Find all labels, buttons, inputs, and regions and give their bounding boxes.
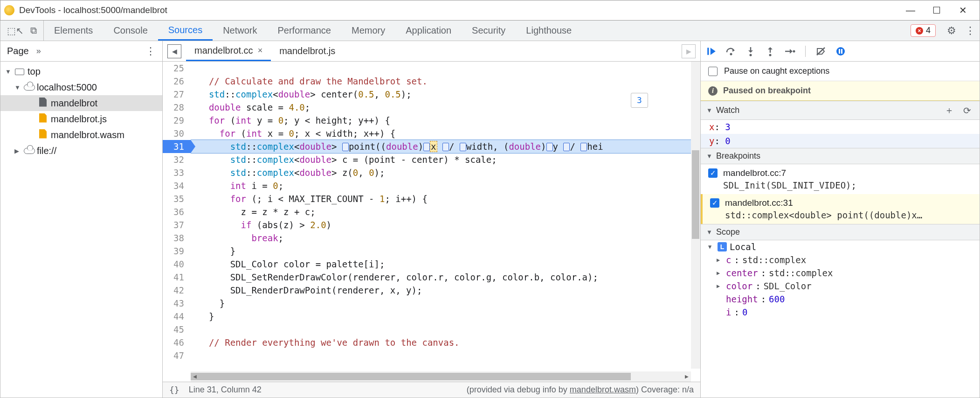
gutter-line-number[interactable]: 33 xyxy=(163,166,191,179)
breakpoint-checkbox[interactable]: ✓ xyxy=(710,198,719,208)
main-tab-elements[interactable]: Elements xyxy=(44,21,103,41)
main-tab-console[interactable]: Console xyxy=(103,21,158,41)
gutter-line-number[interactable]: 38 xyxy=(163,231,191,244)
nav-back-icon[interactable]: ◀ xyxy=(167,44,181,58)
code-line[interactable]: 43 } xyxy=(163,297,700,310)
scope-var[interactable]: i: 0 xyxy=(701,306,980,319)
code-line[interactable]: 28 double scale = 4.0; xyxy=(163,101,700,114)
code-line[interactable]: 25 xyxy=(163,62,700,75)
gutter-line-number[interactable]: 34 xyxy=(163,179,191,192)
gutter-line-number[interactable]: 25 xyxy=(163,62,191,75)
main-tab-lighthouse[interactable]: Lighthouse xyxy=(516,21,582,41)
settings-gear-icon[interactable]: ⚙ xyxy=(942,25,961,37)
device-icon[interactable]: ⧉ xyxy=(30,25,37,36)
more-icon[interactable]: ⋮ xyxy=(961,25,980,37)
main-tab-memory[interactable]: Memory xyxy=(341,21,395,41)
add-watch-icon[interactable]: ＋ xyxy=(942,104,957,117)
step-out-icon[interactable] xyxy=(764,45,776,57)
gutter-line-number[interactable]: 47 xyxy=(163,349,191,362)
gutter-line-number[interactable]: 29 xyxy=(163,114,191,127)
refresh-watch-icon[interactable]: ⟳ xyxy=(960,105,974,116)
watch-section-head[interactable]: ▼Watch ＋ ⟳ xyxy=(701,101,980,120)
gutter-line-number[interactable]: 39 xyxy=(163,244,191,258)
code-line[interactable]: 32 std::complex<double> c = (point - cen… xyxy=(163,153,700,166)
tree-file-scheme[interactable]: ▶file:// xyxy=(0,143,162,159)
code-line[interactable]: 29 for (int y = 0; y < height; y++) { xyxy=(163,114,700,127)
gutter-line-number[interactable]: 31 xyxy=(163,140,191,153)
code-line[interactable]: 27 std::complex<double> center(0.5, 0.5)… xyxy=(163,88,700,101)
scope-local[interactable]: ▼LLocal xyxy=(701,240,980,253)
sidebar-tab-page[interactable]: Page xyxy=(7,46,29,56)
error-badge[interactable]: × 4 xyxy=(911,24,936,37)
code-line[interactable]: 38 break; xyxy=(163,231,700,244)
main-tab-sources[interactable]: Sources xyxy=(158,21,213,41)
breakpoints-section-head[interactable]: ▼Breakpoints xyxy=(701,148,980,164)
main-tab-performance[interactable]: Performance xyxy=(268,21,342,41)
gutter-line-number[interactable]: 28 xyxy=(163,101,191,114)
main-tab-network[interactable]: Network xyxy=(213,21,267,41)
step-icon[interactable] xyxy=(784,45,796,57)
code-line[interactable]: 40 SDL_Color color = palette[i]; xyxy=(163,258,700,271)
gutter-line-number[interactable]: 32 xyxy=(163,153,191,166)
step-into-icon[interactable] xyxy=(745,45,757,57)
code-line[interactable]: 33 std::complex<double> z(0, 0); xyxy=(163,166,700,179)
scope-section-head[interactable]: ▼Scope xyxy=(701,224,980,240)
watch-row[interactable]: x: 3 xyxy=(701,120,980,134)
tree-file-mandelbrot-js[interactable]: mandelbrot.js xyxy=(0,111,162,127)
editor-tab-mandelbrot-cc[interactable]: mandelbrot.cc × xyxy=(186,41,271,61)
scope-var[interactable]: ▶c: std::complex xyxy=(701,253,980,266)
main-tab-security[interactable]: Security xyxy=(462,21,516,41)
pause-caught-checkbox[interactable] xyxy=(708,67,718,76)
gutter-line-number[interactable]: 26 xyxy=(163,75,191,88)
debug-info-link[interactable]: mandelbrot.wasm xyxy=(570,385,636,394)
minimize-button[interactable]: — xyxy=(897,5,924,16)
pretty-print-icon[interactable]: {} xyxy=(169,385,179,395)
watch-row[interactable]: y: 0 xyxy=(701,134,980,148)
code-line[interactable]: 37 if (abs(z) > 2.0) xyxy=(163,218,700,231)
scope-var[interactable]: ▶color: SDL_Color xyxy=(701,279,980,293)
code-line[interactable]: 42 SDL_RenderDrawPoint(renderer, x, y); xyxy=(163,284,700,297)
code-line[interactable]: 34 int i = 0; xyxy=(163,179,700,192)
maximize-button[interactable]: ☐ xyxy=(924,5,950,16)
scrollbar-horizontal[interactable]: ◀▶ xyxy=(191,371,691,382)
sidebar-more-icon[interactable]: ⋮ xyxy=(145,45,156,57)
scrollbar-vertical[interactable] xyxy=(691,62,700,369)
close-tab-icon[interactable]: × xyxy=(258,46,263,56)
gutter-line-number[interactable]: 43 xyxy=(163,297,191,310)
code-line[interactable]: 31 std::complex<double> point((double)x … xyxy=(163,140,700,153)
code-line[interactable]: 44 } xyxy=(163,310,700,323)
scope-var[interactable]: ▶center: std::complex xyxy=(701,266,980,279)
breakpoint-checkbox[interactable]: ✓ xyxy=(708,168,718,178)
code-line[interactable]: 30 for (int x = 0; x < width; x++) { xyxy=(163,127,700,140)
code-view[interactable]: 2526 // Calculate and draw the Mandelbro… xyxy=(163,62,700,382)
code-line[interactable]: 36 z = z * z + c; xyxy=(163,205,700,218)
deactivate-breakpoints-icon[interactable] xyxy=(815,45,827,57)
inspect-icon[interactable]: ⬚↖ xyxy=(7,25,24,36)
code-line[interactable]: 46 // Render everything we've drawn to t… xyxy=(163,336,700,349)
gutter-line-number[interactable]: 37 xyxy=(163,218,191,231)
breakpoint-row[interactable]: ✓ mandelbrot.cc:7SDL_Init(SDL_INIT_VIDEO… xyxy=(701,164,980,194)
code-line[interactable]: 47 xyxy=(163,349,700,362)
gutter-line-number[interactable]: 27 xyxy=(163,88,191,101)
pause-caught-row[interactable]: Pause on caught exceptions xyxy=(701,62,980,81)
resume-icon[interactable] xyxy=(705,45,718,57)
breakpoint-row[interactable]: ✓ mandelbrot.cc:31std::complex<double> p… xyxy=(701,194,980,224)
close-button[interactable]: ✕ xyxy=(950,5,976,16)
nav-forward-icon[interactable]: ▶ xyxy=(682,44,696,58)
tree-file-mandelbrot-wasm[interactable]: mandelbrot.wasm xyxy=(0,127,162,143)
sidebar-overflow-icon[interactable]: » xyxy=(36,46,41,56)
code-line[interactable]: 41 SDL_SetRenderDrawColor(renderer, colo… xyxy=(163,271,700,284)
code-line[interactable]: 39 } xyxy=(163,244,700,258)
tree-file-mandelbrot[interactable]: mandelbrot xyxy=(0,95,162,111)
code-line[interactable]: 45 xyxy=(163,323,700,336)
tree-top[interactable]: ▼top xyxy=(0,63,162,79)
gutter-line-number[interactable]: 46 xyxy=(163,336,191,349)
gutter-line-number[interactable]: 45 xyxy=(163,323,191,336)
code-line[interactable]: 35 for (; i < MAX_ITER_COUNT - 1; i++) { xyxy=(163,192,700,205)
gutter-line-number[interactable]: 42 xyxy=(163,284,191,297)
main-tab-application[interactable]: Application xyxy=(395,21,462,41)
code-line[interactable]: 26 // Calculate and draw the Mandelbrot … xyxy=(163,75,700,88)
scope-var[interactable]: height: 600 xyxy=(701,293,980,306)
gutter-line-number[interactable]: 36 xyxy=(163,205,191,218)
gutter-line-number[interactable]: 41 xyxy=(163,271,191,284)
